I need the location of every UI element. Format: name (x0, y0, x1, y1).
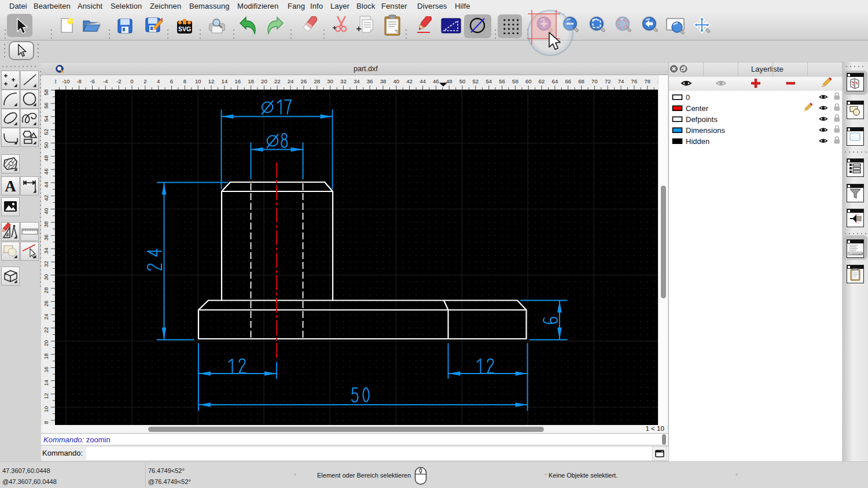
svg-text:Center: Center (686, 104, 709, 113)
svg-text:72: 72 (605, 78, 611, 84)
svg-text:44: 44 (43, 182, 49, 188)
svg-text:18: 18 (248, 78, 254, 84)
svg-text:10: 10 (195, 78, 201, 84)
svg-text:70: 70 (591, 78, 598, 84)
svg-text:38: 38 (43, 221, 49, 228)
svg-text:-4: -4 (103, 78, 108, 84)
svg-text:52: 52 (43, 129, 49, 135)
svg-text:40: 40 (393, 78, 400, 84)
svg-text:30: 30 (43, 274, 49, 280)
svg-text:22: 22 (274, 78, 281, 84)
svg-text:-2: -2 (116, 78, 121, 84)
svg-text:64: 64 (552, 78, 558, 84)
svg-text:0: 0 (686, 93, 690, 102)
svg-text:14: 14 (222, 78, 228, 84)
svg-text:24: 24 (288, 78, 294, 84)
svg-text:34: 34 (43, 247, 49, 254)
svg-text:6: 6 (170, 78, 173, 84)
svg-text:28: 28 (314, 78, 321, 84)
svg-text:48: 48 (446, 78, 453, 84)
svg-text:54: 54 (43, 116, 49, 122)
svg-text:62: 62 (539, 78, 545, 84)
svg-text:-6: -6 (90, 78, 94, 84)
svg-text:26: 26 (43, 301, 49, 307)
svg-text:30: 30 (327, 78, 333, 84)
svg-text:8: 8 (43, 421, 49, 424)
svg-text:36: 36 (367, 78, 373, 84)
svg-text:16: 16 (234, 78, 241, 84)
svg-text:20: 20 (43, 340, 49, 346)
svg-text:26: 26 (301, 78, 307, 84)
svg-text:20: 20 (261, 78, 267, 84)
svg-text:22: 22 (43, 327, 49, 333)
svg-text:36: 36 (43, 235, 49, 241)
svg-text:50: 50 (459, 78, 466, 84)
svg-text:32: 32 (340, 78, 347, 84)
svg-text:-10: -10 (62, 78, 70, 84)
svg-text:32: 32 (43, 261, 49, 267)
svg-text:42: 42 (43, 195, 49, 201)
svg-text:60: 60 (525, 78, 532, 84)
svg-text:16: 16 (43, 367, 49, 373)
svg-text:46: 46 (43, 168, 49, 175)
svg-text:4: 4 (157, 78, 160, 84)
svg-text:46: 46 (433, 78, 439, 84)
svg-text:Dimensions: Dimensions (686, 126, 725, 135)
svg-text:SVG: SVG (178, 25, 191, 32)
svg-text:38: 38 (380, 78, 387, 84)
svg-text:52: 52 (473, 78, 479, 84)
svg-text:12: 12 (43, 393, 49, 400)
svg-text:-12: -12 (55, 78, 57, 84)
svg-text:34: 34 (354, 78, 360, 84)
svg-text:Hidden: Hidden (686, 137, 709, 146)
svg-text:44: 44 (420, 78, 426, 84)
svg-text:58: 58 (512, 78, 518, 84)
svg-text:42: 42 (406, 78, 413, 84)
svg-text:58: 58 (43, 90, 49, 95)
svg-text:56: 56 (43, 102, 49, 109)
svg-text:48: 48 (43, 155, 49, 161)
svg-text:76: 76 (631, 78, 638, 84)
svg-text:0: 0 (130, 78, 133, 84)
svg-text:18: 18 (43, 353, 49, 360)
svg-text:8: 8 (183, 78, 186, 84)
svg-text:40: 40 (43, 208, 49, 215)
svg-text:-8: -8 (76, 78, 81, 84)
svg-text:66: 66 (565, 78, 571, 84)
svg-text:28: 28 (43, 287, 49, 294)
svg-text:12: 12 (208, 78, 215, 84)
svg-text:A: A (5, 178, 16, 195)
svg-text:2: 2 (144, 78, 146, 84)
svg-text:78: 78 (645, 78, 651, 84)
svg-text:24: 24 (43, 314, 49, 320)
svg-text:74: 74 (618, 78, 624, 84)
svg-text:56: 56 (499, 78, 505, 84)
svg-text:54: 54 (486, 78, 492, 84)
svg-text:c command: c command (849, 253, 863, 256)
svg-text:10: 10 (43, 406, 49, 412)
svg-text:68: 68 (578, 78, 584, 84)
svg-text:14: 14 (43, 380, 49, 386)
svg-text:Defpoints: Defpoints (686, 115, 718, 124)
svg-text:50: 50 (43, 142, 49, 149)
